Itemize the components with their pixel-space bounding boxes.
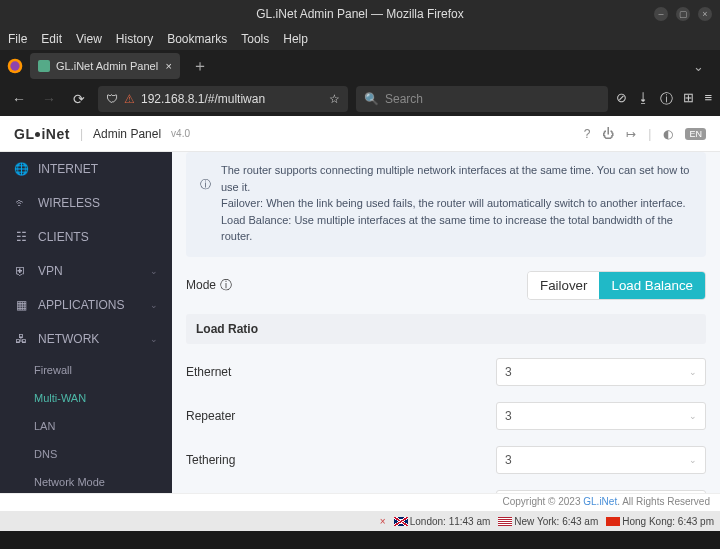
close-x-icon[interactable]: × [380, 516, 386, 527]
tabs-dropdown-icon[interactable]: ⌄ [683, 59, 714, 74]
section-header: Load Ratio [186, 314, 706, 344]
sidebar-sub-lan[interactable]: LAN [0, 412, 172, 440]
ratio-select-repeater[interactable]: 3⌄ [496, 402, 706, 430]
extensions-icon[interactable]: ⊞ [683, 90, 694, 108]
search-icon: 🔍 [364, 92, 379, 106]
info-line1: The router supports connecting multiple … [221, 162, 692, 195]
ratio-row-repeater: Repeater 3⌄ [186, 402, 706, 430]
menu-file[interactable]: File [8, 32, 27, 46]
browser-tab[interactable]: GL.iNet Admin Panel × [30, 53, 180, 79]
svg-point-1 [10, 61, 19, 70]
os-statusbar: × London: 11:43 am New York: 6:43 am Hon… [0, 511, 720, 531]
chevron-down-icon: ⌄ [150, 334, 158, 344]
permission-icon[interactable]: ⊘ [616, 90, 627, 108]
chevron-down-icon: ⌄ [150, 266, 158, 276]
shield-icon: ⛨ [14, 264, 28, 278]
account-icon[interactable]: ⓘ [660, 90, 673, 108]
shield-icon: 🛡 [106, 92, 118, 106]
info-line3: Load Balance: Use multiple interfaces at… [221, 212, 692, 245]
tab-title: GL.iNet Admin Panel [56, 60, 158, 72]
main-panel: ⓘ The router supports connecting multipl… [172, 152, 720, 493]
admin-body: 🌐INTERNET ᯤWIRELESS ☷CLIENTS ⛨VPN⌄ ▦APPL… [0, 152, 720, 493]
page-content: GLiNet | Admin Panel v4.0 ? ⏻ ↦ | ◐ EN 🌐… [0, 116, 720, 511]
ratio-label: Repeater [186, 409, 386, 423]
window-title: GL.iNet Admin Panel — Mozilla Firefox [256, 7, 463, 21]
bookmark-star-icon[interactable]: ☆ [329, 92, 340, 106]
menu-help[interactable]: Help [283, 32, 308, 46]
url-text: 192.168.8.1/#/multiwan [141, 92, 265, 106]
menu-view[interactable]: View [76, 32, 102, 46]
info-icon: ⓘ [200, 176, 211, 245]
menu-edit[interactable]: Edit [41, 32, 62, 46]
downloads-icon[interactable]: ⭳ [637, 90, 650, 108]
mode-failover-button[interactable]: Failover [528, 272, 599, 299]
maximize-button[interactable]: ▢ [676, 7, 690, 21]
brand-logo: GLiNet [14, 126, 70, 142]
ratio-row-tethering: Tethering 3⌄ [186, 446, 706, 474]
mode-label: Mode ⓘ [186, 277, 232, 294]
chevron-down-icon: ⌄ [150, 300, 158, 310]
sidebar-item-wireless[interactable]: ᯤWIRELESS [0, 186, 172, 220]
menu-bookmarks[interactable]: Bookmarks [167, 32, 227, 46]
reboot-icon[interactable]: ⏻ [602, 127, 614, 141]
ratio-select-ethernet[interactable]: 3⌄ [496, 358, 706, 386]
reload-button[interactable]: ⟳ [68, 91, 90, 107]
address-bar[interactable]: 🛡 ⚠ 192.168.8.1/#/multiwan ☆ [98, 86, 348, 112]
info-box: ⓘ The router supports connecting multipl… [186, 152, 706, 257]
menu-tools[interactable]: Tools [241, 32, 269, 46]
browser-toolbar: ← → ⟳ 🛡 ⚠ 192.168.8.1/#/multiwan ☆ 🔍 Sea… [0, 82, 720, 116]
sidebar-item-internet[interactable]: 🌐INTERNET [0, 152, 172, 186]
ratio-label: Ethernet [186, 365, 386, 379]
chevron-down-icon: ⌄ [689, 367, 697, 377]
sidebar-item-clients[interactable]: ☷CLIENTS [0, 220, 172, 254]
new-tab-button[interactable]: ＋ [186, 56, 214, 77]
network-icon: 🖧 [14, 332, 28, 346]
mode-loadbalance-button[interactable]: Load Balance [599, 272, 705, 299]
sidebar-sub-firewall[interactable]: Firewall [0, 356, 172, 384]
chevron-down-icon: ⌄ [689, 455, 697, 465]
chevron-down-icon: ⌄ [689, 411, 697, 421]
clock-london: London: 11:43 am [394, 516, 491, 527]
apps-icon: ▦ [14, 298, 28, 312]
logout-icon[interactable]: ↦ [626, 127, 636, 141]
hamburger-menu-icon[interactable]: ≡ [704, 90, 712, 108]
sidebar-sub-networkmode[interactable]: Network Mode [0, 468, 172, 493]
search-bar[interactable]: 🔍 Search [356, 86, 608, 112]
wifi-icon: ᯤ [14, 196, 28, 210]
close-button[interactable]: × [698, 7, 712, 21]
favicon-icon [38, 60, 50, 72]
mode-toggle: Failover Load Balance [527, 271, 706, 300]
footer: Copyright © 2023 GL.iNet. All Rights Res… [0, 493, 720, 511]
language-button[interactable]: EN [685, 128, 706, 140]
minimize-button[interactable]: – [654, 7, 668, 21]
sidebar-sub-dns[interactable]: DNS [0, 440, 172, 468]
info-icon[interactable]: ⓘ [220, 277, 232, 294]
sidebar: 🌐INTERNET ᯤWIRELESS ☷CLIENTS ⛨VPN⌄ ▦APPL… [0, 152, 172, 493]
info-line2: Failover: When the link being used fails… [221, 195, 692, 212]
clock-hongkong: Hong Kong: 6:43 pm [606, 516, 714, 527]
theme-icon[interactable]: ◐ [663, 127, 673, 141]
ratio-label: Tethering [186, 453, 386, 467]
clients-icon: ☷ [14, 230, 28, 244]
sidebar-sub-multiwan[interactable]: Multi-WAN [0, 384, 172, 412]
sidebar-item-vpn[interactable]: ⛨VPN⌄ [0, 254, 172, 288]
footer-link[interactable]: GL.iNet [583, 496, 617, 507]
panel-title: Admin Panel [93, 127, 161, 141]
window-titlebar: GL.iNet Admin Panel — Mozilla Firefox – … [0, 0, 720, 28]
sidebar-item-applications[interactable]: ▦APPLICATIONS⌄ [0, 288, 172, 322]
browser-menubar: File Edit View History Bookmarks Tools H… [0, 28, 720, 50]
ratio-row-ethernet: Ethernet 3⌄ [186, 358, 706, 386]
firefox-icon [6, 57, 24, 75]
lock-icon: ⚠ [124, 92, 135, 106]
forward-button[interactable]: → [38, 91, 60, 107]
back-button[interactable]: ← [8, 91, 30, 107]
ratio-select-tethering[interactable]: 3⌄ [496, 446, 706, 474]
sidebar-item-network[interactable]: 🖧NETWORK⌄ [0, 322, 172, 356]
version-label: v4.0 [171, 128, 190, 139]
globe-icon: 🌐 [14, 162, 28, 176]
mode-row: Mode ⓘ Failover Load Balance [186, 271, 706, 300]
tab-close-icon[interactable]: × [166, 60, 172, 72]
search-placeholder: Search [385, 92, 423, 106]
menu-history[interactable]: History [116, 32, 153, 46]
help-icon[interactable]: ? [584, 127, 591, 141]
